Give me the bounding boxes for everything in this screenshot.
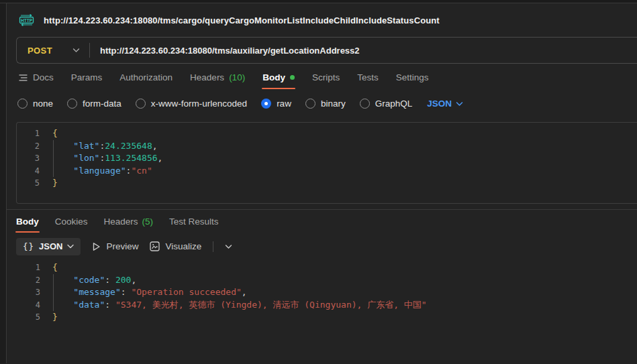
code-token [52, 166, 73, 176]
code-line: 2 "lat":24.235648, [22, 140, 637, 153]
left-rail [0, 3, 7, 363]
body-type-none[interactable]: none [17, 99, 53, 109]
radio-icon [360, 99, 370, 109]
response-tab-body[interactable]: Body [16, 217, 39, 233]
chevron-down-icon [456, 101, 463, 107]
tab-label: Settings [396, 72, 429, 82]
tab-label: Test Results [169, 217, 219, 227]
request-body-editor[interactable]: 1{2 "lat":24.235648,3 "lon":113.254856,4… [16, 122, 637, 204]
tab-label: Cookies [55, 217, 88, 227]
indent-guide [53, 152, 54, 165]
response-format-label: JSON [39, 241, 62, 251]
code-token: { [52, 128, 58, 138]
radio-label: form-data [83, 99, 121, 109]
tab-label: Headers [104, 217, 138, 227]
response-tab-cookies[interactable]: Cookies [55, 217, 88, 233]
code-token [52, 275, 73, 285]
code-token: , [158, 153, 163, 163]
tab-label: Body [16, 217, 39, 227]
line-number: 5 [16, 311, 40, 324]
code-token [52, 153, 73, 163]
radio-icon [17, 99, 28, 109]
toolbar-separator [213, 241, 213, 252]
line-number: 3 [22, 152, 40, 165]
code-line: 2 "code": 200, [16, 274, 637, 287]
method-label: POST [28, 46, 52, 56]
radio-label: binary [321, 99, 346, 109]
visualize-button[interactable]: Visualize [150, 241, 201, 251]
body-type-form-data[interactable]: form-data [67, 99, 121, 109]
code-token: : [105, 275, 115, 285]
line-number: 1 [22, 127, 40, 140]
response-body-editor[interactable]: 1{2 "code": 200,3 "message": "Operation … [7, 261, 637, 324]
tab-headers[interactable]: Headers (10) [190, 72, 245, 89]
code-token [52, 300, 73, 310]
headers-count-badge: (10) [229, 72, 245, 82]
code-token: "Operation succeeded" [131, 287, 241, 297]
body-type-graphql[interactable]: GraphQL [360, 99, 413, 109]
body-type-raw[interactable]: raw [261, 99, 291, 109]
radio-icon [305, 99, 315, 109]
code-token: "S347, 美光村, 英德市 (Yingde), 清远市 (Qingyuan)… [115, 300, 427, 310]
radio-label: raw [277, 99, 291, 109]
code-token: "lon" [73, 153, 99, 163]
code-token: "language" [73, 166, 126, 176]
line-number: 5 [22, 177, 40, 190]
code-token: "data" [73, 300, 105, 310]
code-token: "code" [73, 275, 105, 285]
body-type-urlencoded[interactable]: x-www-form-urlencoded [136, 99, 247, 109]
tab-docs[interactable]: Docs [19, 72, 54, 89]
code-token: , [152, 141, 158, 151]
tab-scripts[interactable]: Scripts [312, 72, 340, 89]
response-format-dropdown[interactable]: {} JSON [16, 238, 81, 255]
json-braces-icon: {} [23, 241, 34, 251]
indent-guide [53, 165, 54, 178]
request-title-row: HTTP http://124.223.60.234:18080/tms/car… [7, 3, 637, 36]
response-tabs: Body Cookies Headers (5) Test Results [7, 210, 637, 234]
api-client-window: HTTP http://124.223.60.234:18080/tms/car… [0, 0, 637, 364]
code-token: } [52, 178, 58, 188]
code-token: "cn" [131, 166, 152, 176]
tab-params[interactable]: Params [71, 72, 103, 89]
code-line: 5} [22, 177, 637, 190]
raw-format-selector[interactable]: JSON [427, 99, 463, 109]
code-token: "message" [73, 287, 120, 297]
line-number: 4 [22, 165, 40, 178]
chevron-down-icon [67, 244, 74, 249]
tab-body[interactable]: Body [262, 72, 295, 89]
visualize-label: Visualize [165, 241, 201, 251]
code-line: 5} [16, 311, 637, 324]
tab-label: Body [262, 72, 285, 82]
preview-button[interactable]: Preview [92, 241, 138, 251]
response-tab-headers[interactable]: Headers (5) [104, 217, 154, 233]
tab-authorization[interactable]: Authorization [119, 72, 173, 89]
code-line: 3 "lon":113.254856, [22, 152, 637, 165]
tab-label: Headers [190, 72, 224, 82]
url-input[interactable]: http://124.223.60.234:18080/tms/auxiliar… [90, 46, 360, 56]
code-token: 24.235648 [105, 141, 152, 151]
radio-selected-icon [261, 99, 271, 109]
tab-label: Tests [357, 72, 379, 82]
response-toolbar: {} JSON Preview [7, 237, 637, 255]
code-line: 4 "data": "S347, 美光村, 英德市 (Yingde), 清远市 … [16, 299, 637, 312]
indent-guide [53, 286, 54, 299]
request-tabs: Docs Params Authorization Headers (10) B… [7, 64, 637, 93]
tab-label: Docs [33, 72, 54, 82]
code-token [52, 287, 73, 297]
tab-settings[interactable]: Settings [396, 72, 429, 89]
headers-count-badge: (5) [142, 217, 154, 227]
radio-label: x-www-form-urlencoded [151, 99, 247, 109]
radio-icon [67, 99, 77, 109]
method-selector[interactable]: POST [17, 46, 89, 56]
more-actions-chevron[interactable] [225, 244, 232, 249]
tab-tests[interactable]: Tests [357, 72, 379, 89]
line-number: 3 [16, 286, 40, 299]
line-number: 2 [16, 274, 40, 287]
body-type-row: none form-data x-www-form-urlencoded raw… [7, 93, 637, 112]
code-line: 4 "language":"cn" [22, 165, 637, 178]
code-line: 1{ [16, 261, 637, 274]
http-badge-icon: HTTP [18, 14, 35, 26]
response-tab-test-results[interactable]: Test Results [169, 217, 219, 233]
line-number: 1 [16, 261, 40, 274]
body-type-binary[interactable]: binary [305, 99, 346, 109]
